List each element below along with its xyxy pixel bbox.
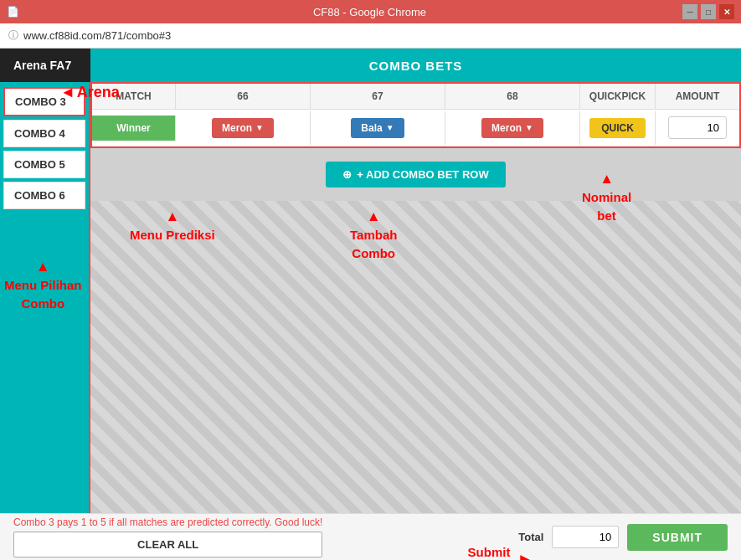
th-col3: 68 [445, 84, 580, 109]
arena-title: COMBO BETS [90, 59, 741, 73]
th-amount: AMOUNT [656, 84, 739, 109]
sidebar-item-combo5[interactable]: COMBO 5 [3, 151, 85, 178]
add-icon: ⊕ [342, 168, 352, 181]
arena-header: Arena FA7 COMBO BETS [0, 49, 741, 82]
title-bar: 📄 CF88 - Google Chrome ─ □ ✕ [0, 0, 741, 23]
sidebar-item-combo4[interactable]: COMBO 4 [3, 120, 85, 147]
table-row: Winner Meron ▼ Bala ▼ [92, 110, 739, 146]
add-combo-button[interactable]: ⊕ + ADD COMBO BET ROW [326, 162, 505, 188]
info-icon: ⓘ [8, 28, 18, 43]
window-controls: ─ □ ✕ [682, 4, 734, 19]
window-title: CF88 - Google Chrome [57, 6, 682, 18]
close-button[interactable]: ✕ [719, 4, 734, 19]
sidebar-item-combo3[interactable]: COMBO 3 [3, 87, 85, 116]
footer-left: Combo 3 pays 1 to 5 if all matches are p… [13, 516, 322, 557]
th-col2: 67 [311, 84, 445, 109]
address-bar: ⓘ www.cf88id.com/871/combo#3 [0, 23, 741, 49]
quickpick-button[interactable]: QUICK [589, 118, 646, 138]
dropdown-arrow-3: ▼ [525, 123, 533, 132]
td-quickpick: QUICK [580, 111, 656, 145]
table-header: MATCH 66 67 68 QUICKPICK AMOUNT [92, 84, 739, 110]
pick3-dropdown[interactable]: Meron ▼ [481, 118, 543, 138]
total-input[interactable] [552, 526, 619, 548]
main-layout: COMBO 3 COMBO 4 COMBO 5 COMBO 6 MATCH 66… [0, 82, 741, 513]
submit-button[interactable]: SUBMIT [627, 524, 728, 551]
content-area: MATCH 66 67 68 QUICKPICK AMOUNT Winner M… [90, 82, 741, 513]
dropdown-arrow-1: ▼ [255, 123, 264, 132]
th-col1: 66 [176, 84, 311, 109]
clear-all-button[interactable]: CLEAR ALL [13, 532, 322, 557]
arena-label: Arena FA7 [0, 49, 90, 82]
dropdown-arrow-2: ▼ [386, 123, 394, 132]
sidebar: COMBO 3 COMBO 4 COMBO 5 COMBO 6 [0, 82, 90, 513]
total-label: Total [518, 531, 543, 543]
window-icon: 📄 [7, 6, 19, 18]
td-pick3: Meron ▼ [445, 111, 580, 145]
minimize-button[interactable]: ─ [682, 4, 697, 19]
window-content: Arena FA7 COMBO BETS COMBO 3 COMBO 4 COM… [0, 49, 741, 560]
pick2-dropdown[interactable]: Bala ▼ [351, 118, 404, 138]
td-amount [656, 110, 739, 146]
td-match: Winner [92, 116, 176, 141]
url-text: www.cf88id.com/871/combo#3 [23, 29, 171, 42]
footer: Combo 3 pays 1 to 5 if all matches are p… [0, 513, 741, 560]
pick1-dropdown[interactable]: Meron ▼ [212, 118, 274, 138]
td-pick1: Meron ▼ [176, 111, 311, 145]
amount-input[interactable] [668, 116, 727, 139]
sidebar-item-combo6[interactable]: COMBO 6 [3, 182, 85, 209]
footer-info: Combo 3 pays 1 to 5 if all matches are p… [13, 516, 322, 528]
footer-right: Total SUBMIT [518, 524, 728, 551]
maximize-button[interactable]: □ [701, 4, 716, 19]
background-area [90, 201, 741, 513]
th-match: MATCH [92, 84, 176, 109]
add-combo-area: ⊕ + ADD COMBO BET ROW [90, 148, 741, 201]
th-quickpick: QUICKPICK [580, 84, 656, 109]
bet-table: MATCH 66 67 68 QUICKPICK AMOUNT Winner M… [90, 82, 741, 148]
td-pick2: Bala ▼ [311, 111, 445, 145]
